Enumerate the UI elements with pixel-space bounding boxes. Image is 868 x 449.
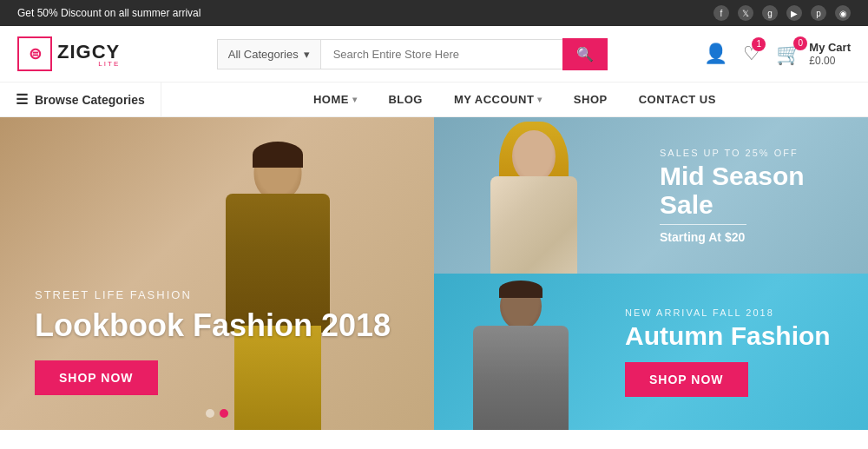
nav-shop[interactable]: SHOP [558,83,623,116]
hero-right-panels: SALES UP TO 25% OFF Mid Season Sale Star… [434,117,868,430]
top-bar: Get 50% Discount on all summer arrival f… [0,0,868,26]
brand-name: ZIGCY [57,41,120,63]
category-dropdown[interactable]: All Categories ▾ [217,39,320,69]
social-links: f 𝕏 g ▶ p ◉ [713,5,851,21]
googleplus-icon[interactable]: g [762,5,778,21]
browse-categories[interactable]: ☰ Browse Categories [0,83,161,116]
browse-label: Browse Categories [35,93,145,107]
cart-text: My Cart £0.00 [809,41,851,67]
hero-title: Lookbook Fashion 2018 [35,308,391,343]
facebook-icon[interactable]: f [713,5,729,21]
navbar: ☰ Browse Categories HOME ▾ BLOG MY ACCOU… [0,83,868,117]
autumn-title: Autumn Fashion [625,321,831,350]
nav-contact[interactable]: CONTACT US [623,83,732,116]
sale-divider [660,224,746,225]
man2-figure [434,274,608,430]
logo-text-wrap: ZIGCY LITE [57,41,120,68]
search-input[interactable] [320,39,562,69]
search-button[interactable]: 🔍 [562,38,608,70]
wishlist-badge: 1 [752,37,766,51]
hero-right-top-content: SALES UP TO 25% OFF Mid Season Sale Star… [660,148,842,244]
cart-button[interactable]: 🛒 0 My Cart £0.00 [776,41,851,67]
new-arrival-tag: NEW ARRIVAL FALL 2018 [625,307,831,318]
instagram-icon[interactable]: ◉ [835,5,851,21]
hamburger-icon: ☰ [16,91,28,108]
cart-amount: £0.00 [809,55,851,67]
cart-badge: 0 [793,36,807,50]
youtube-icon[interactable]: ▶ [786,5,802,21]
hero-right-bottom: NEW ARRIVAL FALL 2018 Autumn Fashion SHO… [434,274,868,430]
sale-title: Mid Season Sale [660,162,842,219]
hero-left-shop-now[interactable]: SHOP NOW [35,360,158,395]
header: ⊜ ZIGCY LITE All Categories ▾ 🔍 👤 ♡ 1 🛒 … [0,26,868,83]
hero-section: STREET LIFE FASHION Lookbook Fashion 201… [0,117,868,430]
hero-left-content: STREET LIFE FASHION Lookbook Fashion 201… [35,288,391,395]
pinterest-icon[interactable]: p [811,5,826,21]
hero-left-panel: STREET LIFE FASHION Lookbook Fashion 201… [0,117,434,430]
search-area: All Categories ▾ 🔍 [217,38,608,70]
header-actions: 👤 ♡ 1 🛒 0 My Cart £0.00 [704,41,851,67]
category-label: All Categories [228,48,299,61]
dropdown-arrow: ▾ [304,48,310,61]
nav-myaccount[interactable]: MY ACCOUNT ▾ [438,83,558,116]
search-icon: 🔍 [576,47,594,62]
wishlist-button[interactable]: ♡ 1 [743,43,760,65]
nav-blog[interactable]: BLOG [372,83,438,116]
hero-right-bottom-content: NEW ARRIVAL FALL 2018 Autumn Fashion SHO… [625,307,831,397]
hero-right-shop-now[interactable]: SHOP NOW [625,362,748,397]
nav-home[interactable]: HOME ▾ [298,83,373,116]
logo[interactable]: ⊜ ZIGCY LITE [17,36,120,71]
sale-starting-price: Starting At $20 [660,230,842,244]
account-dropdown-arrow: ▾ [537,95,542,104]
cart-icon-wrap: 🛒 0 [776,42,802,66]
main-nav: HOME ▾ BLOG MY ACCOUNT ▾ SHOP CONTACT US [161,83,868,116]
hero-right-top: SALES UP TO 25% OFF Mid Season Sale Star… [434,117,868,274]
logo-icon: ⊜ [17,36,52,71]
cart-label: My Cart [809,41,851,55]
promo-text: Get 50% Discount on all summer arrival [17,7,201,19]
logo-icon-letter: ⊜ [29,44,42,63]
woman-figure [434,117,634,274]
account-icon[interactable]: 👤 [704,43,727,65]
home-dropdown-arrow: ▾ [352,95,358,104]
sale-tag: SALES UP TO 25% OFF [660,148,842,158]
hero-subtitle: STREET LIFE FASHION [35,288,391,301]
twitter-icon[interactable]: 𝕏 [738,5,753,21]
